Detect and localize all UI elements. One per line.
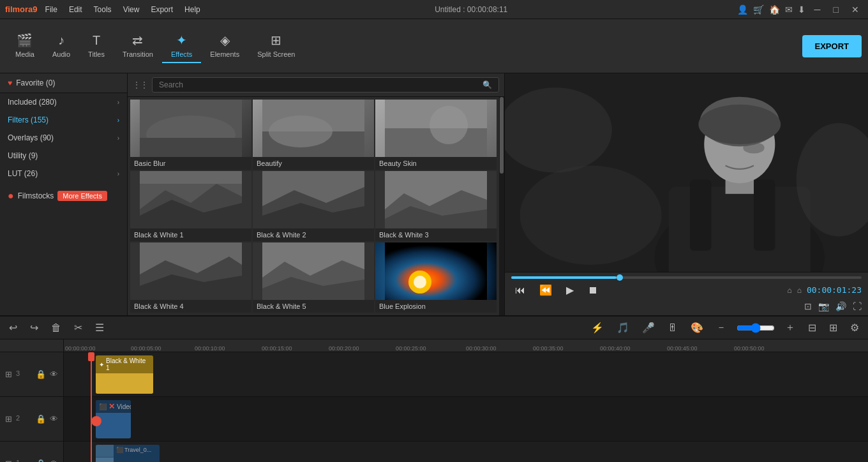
track-3-lock-icon[interactable]: 🔒 <box>36 369 46 379</box>
menu-help[interactable]: Help <box>179 4 206 15</box>
menu-edit[interactable]: Edit <box>64 4 87 15</box>
effect-blue-explosion[interactable]: Blue Explosion <box>375 242 497 313</box>
effects-grid: Basic Blur Beautify <box>128 97 499 315</box>
category-included[interactable]: Included (280) › <box>0 93 127 111</box>
tab-effects[interactable]: ✦ Effects <box>162 29 201 63</box>
settings-button[interactable]: ☰ <box>93 320 107 335</box>
zoom-slider[interactable] <box>737 323 775 333</box>
track-row-1: ⬛ Travel_0... <box>64 442 868 462</box>
search-box: 🔍 <box>152 77 499 93</box>
effect-basic-blur-label: Basic Blur <box>130 157 251 170</box>
redo-button[interactable]: ↪ <box>27 320 41 335</box>
volume-icon[interactable]: 🔊 <box>835 301 846 311</box>
minimize-button[interactable]: ─ <box>811 4 825 15</box>
tab-split-screen-label: Split Screen <box>257 50 295 58</box>
cart-icon[interactable]: 🛒 <box>753 4 764 15</box>
category-filters[interactable]: Filters (155) › <box>0 111 127 129</box>
track-3-eye-icon[interactable]: 👁 <box>50 369 58 379</box>
menu-tools[interactable]: Tools <box>89 4 117 15</box>
play-button[interactable]: ▶ <box>562 283 578 297</box>
split-view-icon[interactable]: ⊟ <box>805 320 819 335</box>
effect-bw4[interactable]: Black & White 4 <box>130 242 251 313</box>
track-1-grid-icon[interactable]: ⊞ <box>5 459 12 462</box>
menu-export[interactable]: Export <box>146 4 178 15</box>
cut-button[interactable]: ✂ <box>71 320 85 335</box>
track-2-lock-icon[interactable]: 🔒 <box>36 414 46 424</box>
effect-bw2-label: Black & White 2 <box>253 228 374 241</box>
category-overlays[interactable]: Overlays (90) › <box>0 129 127 147</box>
tab-audio[interactable]: ♪ Audio <box>43 29 79 63</box>
svg-point-41 <box>520 165 661 265</box>
zoom-out-icon[interactable]: － <box>714 320 729 336</box>
progress-track[interactable] <box>511 276 862 279</box>
effect-bw5[interactable]: Black & White 5 <box>253 242 374 313</box>
category-utility[interactable]: Utility (9) <box>0 147 127 165</box>
timeline-settings-icon[interactable]: ⚙ <box>848 320 862 335</box>
fullscreen-icon[interactable]: ⛶ <box>853 301 862 311</box>
export-button[interactable]: EXPORT <box>802 35 862 57</box>
effects-scrollbar[interactable] <box>499 97 504 315</box>
tab-media[interactable]: 🎬 Media <box>6 29 43 63</box>
tab-transition[interactable]: ⇄ Transition <box>114 29 162 63</box>
color-icon[interactable]: 🎨 <box>688 320 706 335</box>
track-2-eye-icon[interactable]: 👁 <box>50 414 58 424</box>
pip-icon[interactable]: ⊡ <box>804 301 812 311</box>
effect-beauty-skin[interactable]: Beauty Skin <box>375 100 497 170</box>
effect-bw4-thumb <box>130 242 251 300</box>
speed-icon[interactable]: ⚡ <box>588 320 606 335</box>
effect-bw1-thumb <box>130 171 251 228</box>
category-lut[interactable]: LUT (26) › <box>0 165 127 183</box>
mail-icon[interactable]: ✉ <box>785 4 793 15</box>
screenshot-icon[interactable]: 📷 <box>818 301 829 311</box>
effect-bw1[interactable]: Black & White 1 <box>130 171 251 241</box>
grid-view-icon[interactable]: ⊞ <box>827 320 840 335</box>
effect-bw3[interactable]: Black & White 3 <box>375 171 497 241</box>
track-3-grid-icon[interactable]: ⊞ <box>5 369 12 379</box>
rewind-button[interactable]: ⏮ <box>511 283 529 297</box>
bracket-right-icon[interactable]: ⌂ <box>797 286 802 295</box>
playhead[interactable] <box>91 352 92 462</box>
account-icon[interactable]: 👤 <box>737 4 748 15</box>
ruler-mark-0: 00:00:00:00 <box>65 345 96 352</box>
timecode-display: 00:00:01:23 <box>807 285 862 295</box>
track-3-icons: ⊞ 3 <box>5 369 20 379</box>
effect-bw5-thumb <box>253 242 374 300</box>
effects-scroll-thumb[interactable] <box>500 97 504 174</box>
clip-travel[interactable]: ⬛ Travel_0... <box>96 445 160 462</box>
track-1-lock-icon[interactable]: 🔒 <box>36 459 46 462</box>
grid-icon[interactable]: ⋮⋮ <box>133 80 148 89</box>
effect-beautify[interactable]: Beautify <box>253 100 374 170</box>
mic-icon[interactable]: 🎤 <box>640 320 657 335</box>
effect-bw3-thumb <box>375 171 497 228</box>
download-icon[interactable]: ⬇ <box>798 4 805 15</box>
effect-beautify-label: Beautify <box>253 157 374 170</box>
zoom-in-icon[interactable]: ＋ <box>782 320 798 336</box>
delete-button[interactable]: 🗑 <box>49 321 64 335</box>
track-1-eye-icon[interactable]: 👁 <box>50 459 58 462</box>
tab-elements[interactable]: ◈ Elements <box>201 29 248 63</box>
step-back-button[interactable]: ⏪ <box>535 283 556 297</box>
favorite-bar[interactable]: ♥ Favorite (0) <box>0 73 127 93</box>
effect-bw2[interactable]: Black & White 2 <box>253 171 374 241</box>
clip-bw1-text: Black & White 1 <box>106 357 150 371</box>
more-effects-button[interactable]: More Effects <box>57 191 107 201</box>
svg-rect-12 <box>140 171 242 184</box>
menu-file[interactable]: File <box>40 4 63 15</box>
clip-delete-icon[interactable]: ✕ <box>108 402 115 411</box>
search-input[interactable] <box>159 80 479 89</box>
tab-split-screen[interactable]: ⊞ Split Screen <box>248 29 304 63</box>
clip-bw1[interactable]: ✦ Black & White 1 <box>96 355 153 394</box>
home-icon[interactable]: 🏠 <box>769 4 780 15</box>
effect-basic-blur[interactable]: Basic Blur <box>130 100 251 170</box>
bracket-left-icon[interactable]: ⌂ <box>787 286 791 295</box>
maximize-button[interactable]: □ <box>830 4 842 15</box>
tab-titles[interactable]: T Titles <box>79 29 114 63</box>
audio-clip-icon[interactable]: 🎵 <box>614 320 632 335</box>
stop-button[interactable]: ⏹ <box>584 283 602 297</box>
menu-view[interactable]: View <box>118 4 145 15</box>
effect-beauty-skin-label: Beauty Skin <box>375 157 497 170</box>
close-button[interactable]: ✕ <box>848 4 863 15</box>
mix-icon[interactable]: 🎚 <box>665 321 680 335</box>
undo-button[interactable]: ↩ <box>6 320 20 335</box>
track-2-grid-icon[interactable]: ⊞ <box>5 414 12 424</box>
